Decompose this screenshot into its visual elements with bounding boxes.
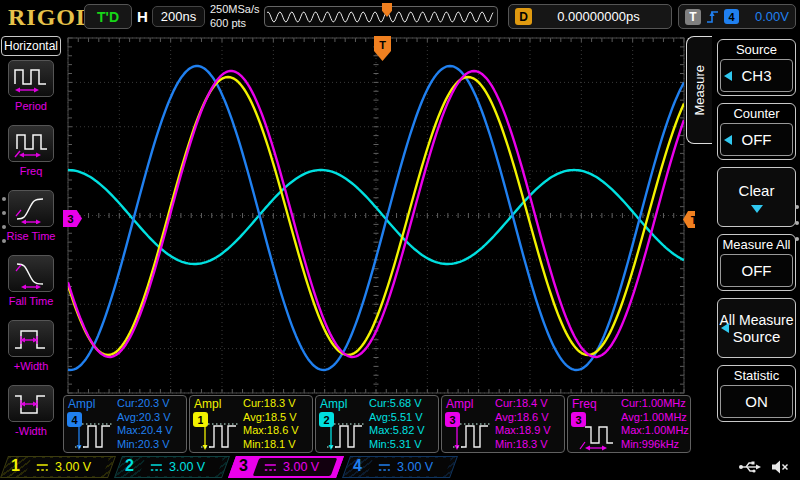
measurement-type-label: Freq xyxy=(572,397,597,411)
channel-value-box: 3.00 V xyxy=(25,458,110,476)
neg-width-button[interactable] xyxy=(8,385,54,422)
counter-button[interactable]: OFF xyxy=(720,123,793,156)
dc-coupling-icon xyxy=(150,463,163,472)
measure-all-value: OFF xyxy=(742,262,772,279)
measure-all-header: Measure All xyxy=(720,236,793,254)
menu-item-freq[interactable]: Freq xyxy=(0,123,62,188)
measure-tab-label: Measure xyxy=(692,65,707,116)
trigger-level-value: 0.00V xyxy=(744,9,789,24)
horizontal-measure-menu: Horizontal Period Freq xyxy=(0,33,62,455)
system-icons xyxy=(738,458,790,476)
freq-label: Freq xyxy=(20,165,43,177)
dc-coupling-icon xyxy=(378,463,391,472)
period-icon xyxy=(12,64,50,94)
rise-time-button[interactable] xyxy=(8,190,54,227)
h-label: H xyxy=(137,8,148,25)
measurement-values: Cur:1.00MHz Avg:1.00MHz Max:1.00MHz Min:… xyxy=(621,397,689,451)
menu-item-fall-time[interactable]: Fall Time xyxy=(0,253,62,318)
timebase-value: 200ns xyxy=(152,6,205,27)
measurement-ampl-ch1: Ampl 1 Cur:18.3 V Avg:18.5 V Max:18.6 V … xyxy=(189,395,313,453)
channel-number: 2 xyxy=(125,457,134,475)
rise-time-icon xyxy=(12,194,50,224)
thumbnail-wave xyxy=(265,7,495,26)
channel-scale: 3.00 V xyxy=(55,460,91,474)
menu-item-neg-width[interactable]: -Width xyxy=(0,383,62,448)
channel-scale: 3.00 V xyxy=(283,460,319,474)
amplitude-icon xyxy=(325,417,367,451)
period-label: Period xyxy=(15,100,47,112)
measurement-type-label: Ampl xyxy=(320,397,347,411)
left-menu-page-dots xyxy=(2,197,6,243)
clear-button[interactable]: Clear xyxy=(717,167,796,227)
dc-coupling-icon xyxy=(264,463,277,472)
speaker-mute-icon xyxy=(770,458,790,476)
trigger-readout: T 4 0.00V xyxy=(678,4,796,29)
measure-tab[interactable]: Measure xyxy=(686,36,712,144)
measurement-values: Cur:5.68 V Avg:5.51 V Max:5.82 V Min:5.3… xyxy=(369,397,425,451)
source-value: CH3 xyxy=(741,67,771,84)
horizontal-timebase: H 200ns xyxy=(137,4,207,29)
amplitude-icon xyxy=(73,417,115,451)
channel-2-status[interactable]: 2 3.00 V xyxy=(118,456,226,478)
statistic-button[interactable]: ON xyxy=(720,385,793,418)
channel-value-box: 3.00 V xyxy=(253,458,338,476)
measurement-values: Cur:20.3 V Avg:20.3 V Max:20.4 V Min:20.… xyxy=(117,397,173,451)
counter-value: OFF xyxy=(742,131,772,148)
channel-number: 1 xyxy=(11,457,20,475)
statistic-header: Statistic xyxy=(720,367,793,385)
source-header: Source xyxy=(720,41,793,59)
period-button[interactable] xyxy=(8,60,54,97)
delay-value: 0.00000000ps xyxy=(532,9,665,24)
channel-status-bar: 1 3.00 V 2 3.00 V 3 3.00 V xyxy=(0,455,800,480)
measurement-freq-ch3: Freq 3 Cur:1.00MHz Avg:1.00MHz Max:1.00M… xyxy=(567,395,691,453)
fall-time-label: Fall Time xyxy=(9,295,54,307)
channel-scale: 3.00 V xyxy=(169,460,205,474)
measure-all-button[interactable]: OFF xyxy=(720,254,793,287)
waveform-display: T 3 T xyxy=(62,33,695,395)
left-triangle-icon xyxy=(724,135,732,145)
counter-group: Counter OFF xyxy=(717,103,796,160)
channel-4-status[interactable]: 4 3.00 V xyxy=(346,456,454,478)
measure-menu-panel: Measure Source CH3 Counter OFF Clear Mea… xyxy=(695,33,800,455)
menu-item-rise-time[interactable]: Rise Time xyxy=(0,188,62,253)
freq-icon xyxy=(12,129,50,159)
menu-item-period[interactable]: Period xyxy=(0,58,62,123)
measurement-ampl-ch2: Ampl 2 Cur:5.68 V Avg:5.51 V Max:5.82 V … xyxy=(315,395,439,453)
pos-width-label: +Width xyxy=(14,360,49,372)
measure-all-group: Measure All OFF xyxy=(717,234,796,291)
down-triangle-icon xyxy=(751,205,763,213)
channel-1-status[interactable]: 1 3.00 V xyxy=(4,456,112,478)
top-status-bar: RIGOL T'D H 200ns 250MSa/s 600 pts D 0.0… xyxy=(0,0,800,33)
graticule-and-waves xyxy=(62,33,695,395)
delay-badge: D xyxy=(515,8,532,25)
left-triangle-icon xyxy=(721,323,729,333)
statistic-value: ON xyxy=(745,393,768,410)
memory-depth: 600 pts xyxy=(210,16,260,30)
statistic-group: Statistic ON xyxy=(717,365,796,422)
rigol-logo: RIGOL xyxy=(8,4,93,31)
acquisition-info: 250MSa/s 600 pts xyxy=(210,2,260,30)
menu-item-pos-width[interactable]: +Width xyxy=(0,318,62,383)
measurement-statistics-bar: Ampl 4 Cur:20.3 V Avg:20.3 V Max:20.4 V … xyxy=(62,395,700,455)
freq-button[interactable] xyxy=(8,125,54,162)
counter-header: Counter xyxy=(720,105,793,123)
channel-value-box: 3.00 V xyxy=(139,458,224,476)
amplitude-icon xyxy=(451,417,493,451)
source-button[interactable]: CH3 xyxy=(720,59,793,92)
trigger-status-label: T'D xyxy=(97,9,119,25)
measurement-type-label: Ampl xyxy=(68,397,95,411)
trigger-badge: T xyxy=(685,9,701,25)
measurement-ampl-ch3: Ampl 3 Cur:18.4 V Avg:18.6 V Max:18.9 V … xyxy=(441,395,565,453)
pos-width-icon xyxy=(12,324,50,354)
measurement-type-label: Ampl xyxy=(194,397,221,411)
delay-readout: D 0.00000000ps xyxy=(508,4,672,29)
channel-scale: 3.00 V xyxy=(397,460,433,474)
measurement-ampl-ch4: Ampl 4 Cur:20.3 V Avg:20.3 V Max:20.4 V … xyxy=(63,395,187,453)
all-measure-source-button[interactable]: All Measure Source xyxy=(717,298,796,358)
right-menu-page-dots xyxy=(795,205,799,241)
rising-edge-icon xyxy=(706,9,719,24)
fall-time-button[interactable] xyxy=(8,255,54,292)
channel-3-status[interactable]: 3 3.00 V xyxy=(232,456,340,478)
pos-width-button[interactable] xyxy=(8,320,54,357)
left-triangle-icon xyxy=(724,71,732,81)
